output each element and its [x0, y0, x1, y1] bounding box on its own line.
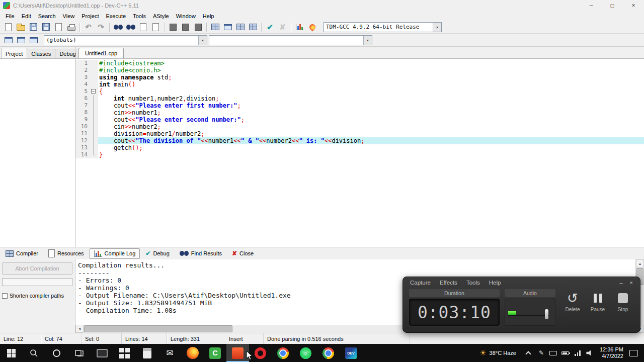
new-source-icon[interactable] [2, 22, 15, 33]
tab-classes[interactable]: Classes [27, 49, 55, 58]
checkbox-box[interactable] [2, 293, 8, 299]
find-icon[interactable] [112, 22, 124, 33]
syntax-check-icon[interactable] [221, 22, 234, 33]
code-line: 4int main() [75, 81, 644, 88]
tab-project[interactable]: Project [1, 48, 27, 58]
close-button[interactable]: × [623, 0, 644, 11]
volume-tray-icon[interactable] [584, 344, 596, 362]
stop-recording-button[interactable]: Stop [612, 289, 634, 326]
members-select[interactable]: ▾ [209, 35, 372, 45]
fold-collapse-icon[interactable]: − [91, 89, 96, 94]
menu-astyle[interactable]: AStyle [149, 12, 173, 20]
taskbar-clock[interactable]: 12:36 PM 4/7/2022 [596, 346, 627, 359]
compile-icon[interactable] [167, 22, 179, 33]
maximize-button[interactable]: □ [602, 0, 623, 11]
tab-close[interactable]: ✘Close [227, 248, 258, 259]
menu-edit[interactable]: Edit [18, 12, 35, 20]
minimize-button[interactable]: – [581, 0, 602, 11]
recorder-menu-help[interactable]: Help [489, 280, 501, 286]
taskbar-app-chrome[interactable] [272, 344, 294, 362]
format-code-icon[interactable]: ✔ [264, 22, 276, 33]
taskbar-app-devcpp[interactable]: DEV [340, 344, 362, 362]
delete-label: Delete [566, 307, 580, 312]
tab-compiler[interactable]: Compiler [1, 248, 43, 259]
find-next-icon[interactable] [137, 22, 149, 33]
fold-marker[interactable]: − [90, 88, 98, 95]
compiler-select[interactable]: TDM-GCC 4.9.2 64-bit Release ▾ [324, 22, 442, 32]
audio-slider-track[interactable] [508, 315, 549, 316]
close-file-icon[interactable] [52, 22, 65, 33]
battery-tray-icon[interactable] [559, 344, 572, 362]
scroll-left-icon[interactable]: ◀ [75, 325, 84, 333]
recorder-menu-capture[interactable]: Capture [410, 280, 431, 286]
project-properties-icon[interactable] [27, 35, 40, 46]
status-filler [410, 333, 644, 344]
project-options-icon[interactable] [234, 22, 247, 33]
menu-help[interactable]: Help [199, 12, 218, 20]
tab-resources[interactable]: Resources [44, 248, 89, 259]
profile-icon[interactable] [293, 22, 306, 33]
members-select-arrow-icon[interactable]: ▾ [363, 36, 372, 45]
scroll-up-icon[interactable]: ▲ [636, 259, 644, 267]
globals-select-arrow-icon[interactable]: ▾ [198, 36, 207, 45]
print-icon[interactable] [65, 22, 77, 33]
run-icon[interactable] [179, 22, 192, 33]
remove-from-project-icon[interactable] [15, 35, 27, 46]
taskbar-app-pc[interactable] [91, 344, 113, 362]
taskbar-app-devc-green[interactable]: C [204, 344, 226, 362]
audio-slider-thumb[interactable] [545, 309, 548, 319]
action-center-icon[interactable] [629, 350, 638, 356]
replace-icon[interactable] [124, 22, 137, 33]
recorder-menu-tools[interactable]: Tools [466, 280, 480, 286]
recorder-close-button[interactable]: × [630, 280, 633, 286]
horizontal-scroll-thumb[interactable] [84, 325, 232, 332]
search-button[interactable] [23, 344, 45, 362]
task-view-button[interactable] [68, 344, 91, 362]
add-to-project-icon[interactable] [2, 35, 15, 46]
weather-widget[interactable]: ☀ 38°C Haze [474, 344, 521, 362]
start-button[interactable] [0, 344, 23, 362]
menu-project[interactable]: Project [78, 12, 102, 20]
package-manager-icon[interactable] [247, 22, 259, 33]
remove-format-icon[interactable]: ✘ [276, 22, 289, 33]
taskbar-app-calculator[interactable] [136, 344, 158, 362]
editor-tab-untitled1[interactable]: Untitled1.cpp [78, 48, 124, 58]
code-editor[interactable]: 1#include<iostream>2#include<conio.h>3us… [75, 58, 644, 247]
compiler-select-arrow-icon[interactable]: ▾ [433, 23, 441, 32]
tab-find-results[interactable]: Find Results [175, 248, 226, 259]
recorder-menu-effects[interactable]: Effects [440, 280, 457, 286]
taskbar-app-store[interactable] [113, 344, 136, 362]
tab-debug[interactable]: ✔Debug [141, 248, 174, 259]
globals-select[interactable]: (globals) ▾ [44, 35, 207, 45]
taskbar-app-mail[interactable]: ✉ [158, 344, 181, 362]
pause-recording-button[interactable]: Pause [587, 289, 609, 326]
delete-recording-button[interactable]: ↺ Delete [561, 289, 584, 326]
menu-execute[interactable]: Execute [102, 12, 129, 20]
goto-line-icon[interactable] [149, 22, 162, 33]
menu-view[interactable]: View [59, 12, 78, 20]
save-all-icon[interactable] [40, 22, 52, 33]
menu-tools[interactable]: Tools [129, 12, 149, 20]
show-hidden-icons-chevron-icon[interactable] [525, 351, 531, 356]
save-icon[interactable] [27, 22, 40, 33]
taskbar-app-chrome2[interactable] [317, 344, 340, 362]
status-segment-6: Done parsing in 0.516 seconds [264, 333, 410, 344]
compile-run-icon[interactable] [192, 22, 204, 33]
recorder-minimize-button[interactable]: – [619, 280, 622, 286]
pen-tray-icon[interactable]: ✎ [535, 344, 547, 362]
taskbar-app-firefox[interactable] [181, 344, 204, 362]
cortana-button[interactable] [45, 344, 68, 362]
menu-window[interactable]: Window [173, 12, 199, 20]
profiling-analysis-icon[interactable] [306, 22, 318, 33]
open-icon[interactable] [15, 22, 27, 33]
menu-search[interactable]: Search [35, 12, 59, 20]
new-source-icon [5, 23, 12, 31]
network-tray-icon[interactable] [572, 344, 584, 362]
touch-keyboard-icon[interactable] [547, 344, 559, 362]
tab-compile-log[interactable]: Compile Log [90, 248, 140, 259]
menu-file[interactable]: File [2, 12, 18, 20]
project-browser-panel[interactable] [0, 58, 75, 247]
shorten-paths-checkbox[interactable]: Shorten compiler paths [2, 293, 73, 299]
rebuild-icon[interactable] [209, 22, 221, 33]
taskbar-app-whatsapp[interactable]: ☏ [294, 344, 317, 362]
